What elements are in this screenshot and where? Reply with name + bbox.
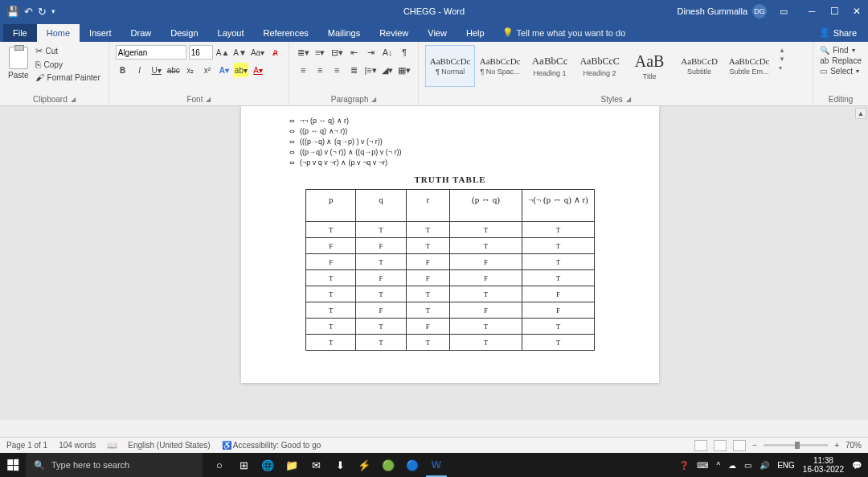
tab-design[interactable]: Design bbox=[161, 24, 207, 42]
table-cell[interactable]: T bbox=[306, 286, 356, 302]
font-launcher-icon[interactable]: ◢ bbox=[206, 96, 211, 103]
table-cell[interactable]: F bbox=[356, 238, 406, 254]
edge-icon[interactable]: 🌐 bbox=[257, 453, 278, 477]
keyboard-icon[interactable]: ⌨ bbox=[697, 461, 708, 470]
task-view-icon[interactable]: ⊞ bbox=[233, 453, 254, 477]
style-gallery[interactable]: AaBbCcDc¶ NormalAaBbCcDc¶ No Spac...AaBb… bbox=[425, 45, 774, 87]
maximize-button[interactable]: ☐ bbox=[823, 0, 845, 23]
table-cell[interactable]: F bbox=[356, 302, 406, 319]
table-cell[interactable]: T bbox=[356, 254, 406, 270]
share-button[interactable]: 👤 Share bbox=[808, 23, 868, 42]
help-icon[interactable]: ❓ bbox=[679, 461, 689, 470]
zoom-in-button[interactable]: + bbox=[834, 441, 839, 450]
align-left-button[interactable]: ≡ bbox=[296, 63, 310, 77]
table-cell[interactable]: F bbox=[306, 254, 356, 270]
tab-insert[interactable]: Insert bbox=[80, 24, 121, 42]
borders-button[interactable]: ▦▾ bbox=[397, 63, 411, 77]
word-count[interactable]: 104 words bbox=[59, 441, 96, 450]
superscript-button[interactable]: x² bbox=[200, 63, 215, 77]
style-scroll-down-icon[interactable]: ▼ bbox=[779, 56, 785, 63]
font-name-input[interactable] bbox=[116, 45, 186, 60]
paste-button[interactable]: Paste bbox=[6, 45, 31, 81]
table-cell[interactable]: T bbox=[522, 238, 595, 254]
style-scroll-up-icon[interactable]: ▲ bbox=[779, 47, 785, 54]
table-cell[interactable]: T bbox=[450, 238, 522, 254]
font-size-input[interactable] bbox=[189, 45, 213, 60]
scroll-up-button[interactable]: ▲ bbox=[855, 108, 866, 119]
tab-view[interactable]: View bbox=[418, 24, 457, 42]
user-avatar[interactable]: DG bbox=[752, 4, 767, 19]
zoom-out-button[interactable]: − bbox=[752, 441, 757, 450]
italic-button[interactable]: I bbox=[133, 63, 147, 77]
tab-review[interactable]: Review bbox=[370, 24, 418, 42]
tab-draw[interactable]: Draw bbox=[121, 24, 162, 42]
cut-button[interactable]: ✂Cut bbox=[34, 45, 102, 57]
dropbox-icon[interactable]: ⬇ bbox=[330, 453, 350, 477]
table-cell[interactable]: F bbox=[450, 270, 522, 286]
onedrive-icon[interactable]: ☁ bbox=[728, 461, 736, 470]
app-icon[interactable]: ⚡ bbox=[354, 453, 375, 477]
table-cell[interactable]: T bbox=[522, 222, 595, 238]
show-hide-button[interactable]: ¶ bbox=[397, 45, 411, 60]
tab-help[interactable]: Help bbox=[457, 24, 494, 42]
tab-layout[interactable]: Layout bbox=[208, 24, 254, 42]
table-cell[interactable]: F bbox=[406, 270, 449, 286]
table-cell[interactable]: F bbox=[306, 238, 356, 254]
table-cell[interactable]: T bbox=[306, 222, 356, 238]
shading-button[interactable]: ◢▾ bbox=[380, 63, 395, 77]
web-layout-button[interactable] bbox=[733, 440, 746, 451]
table-cell[interactable]: T bbox=[406, 335, 449, 351]
tab-home[interactable]: Home bbox=[37, 24, 80, 42]
table-cell[interactable]: T bbox=[406, 286, 449, 302]
tell-me-box[interactable]: 💡 Tell me what you want to do bbox=[494, 23, 634, 42]
clear-formatting-button[interactable]: A̷ bbox=[268, 45, 282, 60]
tab-file[interactable]: File bbox=[3, 24, 37, 42]
style-more-icon[interactable]: ▾ bbox=[779, 64, 785, 72]
table-cell[interactable]: T bbox=[522, 270, 595, 286]
start-button[interactable] bbox=[0, 453, 26, 477]
spellcheck-icon[interactable]: 📖 bbox=[107, 441, 117, 450]
select-button[interactable]: ▭Select▾ bbox=[820, 66, 862, 76]
chrome-icon[interactable]: 🟢 bbox=[378, 453, 399, 477]
style-item-6[interactable]: AaBbCcDcSubtle Em... bbox=[724, 45, 774, 87]
ribbon-display-icon[interactable]: ▭ bbox=[780, 6, 788, 17]
table-header-cell[interactable]: r bbox=[406, 190, 449, 222]
tab-mailings[interactable]: Mailings bbox=[318, 24, 370, 42]
table-cell[interactable]: T bbox=[406, 222, 449, 238]
table-cell[interactable]: F bbox=[356, 270, 406, 286]
style-item-3[interactable]: AaBbCcCHeading 2 bbox=[575, 45, 624, 87]
replace-button[interactable]: abReplace bbox=[820, 56, 862, 66]
print-layout-button[interactable] bbox=[714, 440, 727, 451]
change-case-button[interactable]: Aa▾ bbox=[250, 45, 265, 60]
line-spacing-button[interactable]: |≡▾ bbox=[363, 63, 378, 77]
text-effects-button[interactable]: A▾ bbox=[217, 63, 231, 77]
clipboard-launcher-icon[interactable]: ◢ bbox=[71, 96, 76, 103]
justify-button[interactable]: ≣ bbox=[346, 63, 361, 77]
style-item-2[interactable]: AaBbCcHeading 1 bbox=[525, 45, 575, 87]
table-cell[interactable]: T bbox=[450, 335, 522, 351]
multilevel-button[interactable]: ⊟▾ bbox=[330, 45, 344, 60]
font-color-button[interactable]: A▾ bbox=[251, 63, 265, 77]
table-header-cell[interactable]: p bbox=[306, 190, 356, 222]
battery-icon[interactable]: ▭ bbox=[744, 461, 751, 470]
formula-line-4[interactable]: ⇔(¬p v q v ¬r) ∧ (p v ¬q v ¬r) bbox=[289, 158, 611, 167]
table-header-cell[interactable]: ¬(¬ (p ↔ q) ∧ r) bbox=[522, 190, 595, 222]
page-indicator[interactable]: Page 1 of 1 bbox=[6, 441, 47, 450]
table-cell[interactable]: F bbox=[406, 319, 449, 335]
table-cell[interactable]: T bbox=[450, 319, 522, 335]
highlight-button[interactable]: ab▾ bbox=[234, 63, 248, 77]
table-cell[interactable]: T bbox=[356, 286, 406, 302]
table-cell[interactable]: T bbox=[522, 254, 595, 270]
style-item-4[interactable]: AaBTitle bbox=[624, 45, 674, 87]
qat-customize-icon[interactable]: ▾ bbox=[51, 7, 55, 15]
table-cell[interactable]: T bbox=[356, 319, 406, 335]
word-icon[interactable]: W bbox=[426, 453, 447, 477]
strikethrough-button[interactable]: abc bbox=[166, 63, 181, 77]
minimize-button[interactable]: ─ bbox=[800, 0, 823, 23]
table-cell[interactable]: T bbox=[406, 238, 449, 254]
language-ime[interactable]: ENG bbox=[777, 461, 795, 470]
table-cell[interactable]: F bbox=[450, 302, 522, 319]
undo-icon[interactable]: ↶ bbox=[24, 6, 33, 18]
table-cell[interactable]: T bbox=[356, 335, 406, 351]
notification-icon[interactable]: 💬 bbox=[852, 461, 862, 470]
